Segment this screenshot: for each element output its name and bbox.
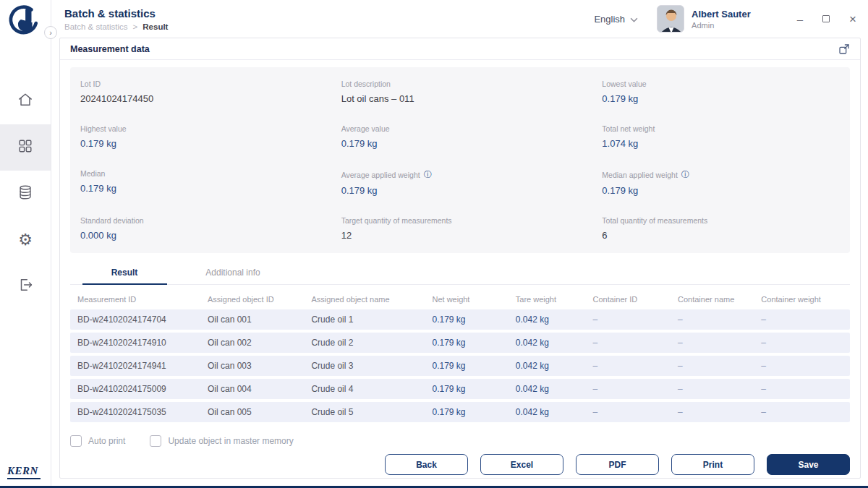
cell: BD-w24102024174910 [70, 338, 200, 348]
stat-label: Standard deviation [80, 216, 341, 225]
cell: Crude oil 2 [304, 338, 425, 348]
sidebar-expand-button[interactable]: › [44, 26, 57, 39]
stat-value: 0.000 kg [80, 230, 341, 241]
table-row[interactable]: BD-w24102024175035Oil can 005Crude oil 5… [70, 402, 850, 422]
back-button[interactable]: Back [385, 454, 468, 475]
checkbox-row: Auto printUpdate object in master memory [70, 435, 850, 447]
kern-wordmark: KERN [7, 465, 41, 479]
maximize-button[interactable] [822, 15, 830, 22]
stat-label: Total quantity of measurements [602, 216, 850, 225]
pdf-button[interactable]: PDF [576, 454, 659, 475]
print-button[interactable]: Print [671, 454, 754, 475]
cell: Crude oil 3 [304, 361, 425, 371]
stat-label: Average value [341, 124, 603, 133]
info-icon[interactable]: ⓘ [424, 169, 432, 180]
column-header-container-name: Container name [671, 295, 754, 304]
stat-label: Lowest value [602, 80, 850, 88]
stat-lowest-value: Lowest value0.179 kg [602, 77, 850, 106]
cell: Oil can 005 [200, 407, 304, 417]
sidebar-item-database[interactable] [0, 171, 51, 217]
sidebar-item-modules[interactable] [0, 124, 51, 171]
sidebar-item-home[interactable] [0, 78, 51, 124]
cell: – [671, 407, 754, 417]
stat-median: Median0.179 kg [80, 167, 341, 198]
logout-icon [17, 277, 33, 296]
checkbox-box[interactable] [70, 435, 82, 447]
cell: BD-w24102024174704 [70, 314, 200, 325]
stat-standard-deviation: Standard deviation0.000 kg [80, 214, 341, 243]
cell: – [671, 314, 754, 325]
breadcrumb-separator: > [133, 22, 138, 31]
sidebar-item-logout[interactable] [0, 263, 51, 309]
stat-label: Lot ID [80, 80, 341, 88]
cell: 0.042 kg [509, 407, 586, 417]
cell: Crude oil 1 [304, 314, 425, 325]
button-row: BackExcelPDFPrintSave [70, 447, 850, 475]
column-header-measurement-id: Measurement ID [70, 295, 200, 304]
tabs: ResultAdditional info [70, 262, 850, 285]
column-header-container-id: Container ID [586, 295, 671, 304]
expand-panel-button[interactable] [838, 43, 850, 55]
app-logo-icon [6, 4, 41, 41]
cell: – [586, 384, 671, 394]
cell: Oil can 002 [200, 338, 304, 348]
stat-value: 0.179 kg [341, 138, 603, 149]
table-row[interactable]: BD-w24102024175009Oil can 004Crude oil 4… [70, 379, 850, 399]
breadcrumb-root[interactable]: Batch & statistics [64, 22, 128, 31]
checkbox-auto-print[interactable]: Auto print [70, 435, 125, 447]
language-selector[interactable]: English [594, 14, 638, 25]
stat-lot-description: Lot descriptionLot oil cans – 011 [341, 77, 603, 106]
stat-label: Total net weight [602, 124, 850, 133]
checkbox-label: Update object in master memory [168, 436, 293, 446]
grid-icon [17, 138, 33, 157]
table-row[interactable]: BD-w24102024174704Oil can 001Crude oil 1… [70, 309, 850, 330]
cell: – [754, 314, 850, 325]
stat-label: Highest value [80, 124, 341, 133]
table-row[interactable]: BD-w24102024174941Oil can 003Crude oil 3… [70, 356, 850, 376]
cell: Oil can 003 [200, 361, 304, 371]
info-icon[interactable]: ⓘ [681, 169, 689, 180]
tab-result[interactable]: Result [70, 262, 179, 284]
avatar[interactable] [657, 5, 684, 33]
stat-value: 20241024174450 [80, 93, 341, 104]
close-button[interactable]: × [849, 13, 856, 25]
stat-value: 0.179 kg [602, 185, 850, 196]
chevron-down-icon [630, 14, 638, 25]
stat-label: Median [80, 169, 341, 178]
panel-title: Measurement data [70, 44, 150, 54]
checkbox-box[interactable] [150, 435, 161, 447]
cell: 0.042 kg [509, 314, 586, 325]
table-body: BD-w24102024174704Oil can 001Crude oil 1… [70, 309, 850, 422]
cell: – [754, 407, 850, 417]
gear-icon: ⚙ [18, 232, 33, 248]
stat-lot-id: Lot ID20241024174450 [80, 77, 341, 106]
topbar: Batch & statistics Batch & statistics > … [51, 0, 868, 38]
stat-value: 0.179 kg [602, 93, 850, 104]
table-row[interactable]: BD-w24102024174910Oil can 002Crude oil 2… [70, 333, 850, 353]
cell: – [671, 338, 754, 348]
user-block: Albert Sauter Admin [692, 9, 751, 30]
stat-value: 0.179 kg [341, 185, 603, 196]
cell: 0.179 kg [425, 338, 508, 348]
cell: – [586, 407, 671, 417]
tab-additional-info[interactable]: Additional info [179, 262, 287, 284]
save-button[interactable]: Save [767, 454, 850, 475]
cell: – [754, 361, 850, 371]
cell: – [586, 338, 671, 348]
checkbox-label: Auto print [88, 436, 125, 446]
stat-total-quantity-of-measurements: Total quantity of measurements6 [602, 214, 850, 243]
sidebar-item-settings[interactable]: ⚙ [0, 217, 51, 263]
cell: Crude oil 4 [304, 384, 425, 394]
home-icon [17, 92, 33, 111]
user-role: Admin [692, 21, 751, 30]
cell: 0.179 kg [425, 361, 508, 371]
column-header-assigned-object-name: Assigned object name [304, 295, 425, 304]
excel-button[interactable]: Excel [480, 454, 563, 475]
checkbox-update-object-in-master-memory[interactable]: Update object in master memory [150, 435, 293, 447]
stat-highest-value: Highest value0.179 kg [80, 122, 341, 151]
cell: 0.179 kg [425, 384, 508, 394]
window-controls: – × [797, 13, 856, 25]
column-header-assigned-object-id: Assigned object ID [200, 295, 304, 304]
minimize-button[interactable]: – [797, 14, 803, 25]
cell: BD-w24102024174941 [70, 361, 200, 371]
